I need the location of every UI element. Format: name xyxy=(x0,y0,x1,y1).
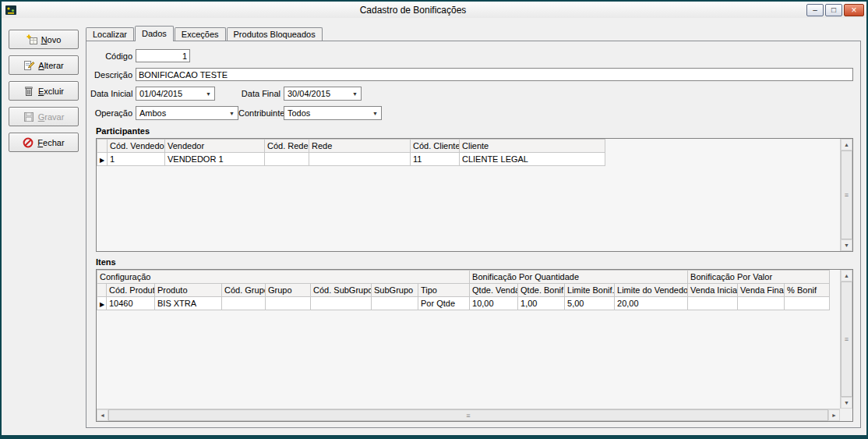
column-header[interactable]: Vendedor xyxy=(165,140,265,153)
fechar-button[interactable]: Fechar xyxy=(9,133,79,152)
group-header: Bonificação Por Valor xyxy=(688,271,830,284)
edit-icon xyxy=(23,60,34,71)
vertical-scrollbar[interactable]: ▲ ≡ ▼ xyxy=(840,270,852,409)
window-controls: – □ × xyxy=(806,4,864,16)
codigo-input[interactable] xyxy=(136,49,190,62)
contribuinte-combo[interactable]: Todos ▼ xyxy=(284,106,382,120)
alterar-button[interactable]: Alterar xyxy=(9,55,79,75)
grid-cell[interactable] xyxy=(266,297,311,310)
close-button[interactable]: × xyxy=(844,4,864,16)
scroll-down-button[interactable]: ▼ xyxy=(841,397,852,409)
grid-cell[interactable] xyxy=(309,153,411,166)
app-window: Cadastro de Bonificações – □ × Novo Alte… xyxy=(0,0,868,439)
table-row[interactable]: ▶ 1 VENDEDOR 1 11 CLIENTE LEGAL xyxy=(97,153,605,166)
titlebar[interactable]: Cadastro de Bonificações – □ × xyxy=(2,2,866,18)
scrollbar-corner xyxy=(840,409,852,421)
vertical-scrollbar[interactable]: ▲ ≡ ▼ xyxy=(840,139,852,251)
column-header[interactable]: Rede xyxy=(309,140,411,153)
tab-localizar[interactable]: Localizar xyxy=(86,27,134,41)
column-header[interactable]: Cliente xyxy=(460,140,605,153)
scroll-up-button[interactable]: ▲ xyxy=(841,270,852,281)
column-header[interactable]: SubGrupo xyxy=(372,284,418,297)
scrollbar-thumb[interactable]: ≡ xyxy=(841,281,852,397)
grid-cell[interactable]: BIS XTRA xyxy=(155,297,222,310)
row-selector-icon: ▶ xyxy=(100,301,104,308)
gravar-button[interactable]: Gravar xyxy=(9,107,79,126)
chevron-down-icon[interactable]: ▼ xyxy=(349,91,361,97)
chevron-down-icon[interactable]: ▼ xyxy=(369,111,381,116)
column-header[interactable]: Cód. Grupo xyxy=(222,284,266,297)
tab-page-dados: Código Descrição Data Inicial 01/04/2015… xyxy=(86,41,861,428)
descricao-label: Descrição xyxy=(90,70,136,80)
data-inicial-combo[interactable]: 01/04/2015 ▼ xyxy=(136,87,215,101)
column-header[interactable]: Cód. Cliente xyxy=(411,140,460,153)
table-row[interactable]: ▶ 10460 BIS XTRA Por Qtde 10,00 1,00 5,0… xyxy=(97,297,830,310)
tab-produtos-bloqueados[interactable]: Produtos Bloqueados xyxy=(227,27,323,41)
column-header[interactable]: Cód. SubGrupo xyxy=(311,284,372,297)
window-title: Cadastro de Bonificações xyxy=(19,5,806,16)
grid-cell[interactable] xyxy=(688,297,738,310)
tab-dados[interactable]: Dados xyxy=(135,26,174,41)
column-header[interactable]: Cód. Rede xyxy=(265,140,309,153)
excluir-button[interactable]: Excluir xyxy=(9,81,79,101)
itens-title: Itens xyxy=(96,257,854,267)
column-header[interactable]: Tipo xyxy=(418,284,470,297)
column-header[interactable]: Cód. Produto xyxy=(107,284,155,297)
scroll-up-button[interactable]: ▲ xyxy=(841,139,852,150)
scroll-right-button[interactable]: ► xyxy=(828,409,840,421)
grid-cell[interactable]: 1,00 xyxy=(518,297,565,310)
novo-button-label: Novo xyxy=(41,35,62,44)
scrollbar-thumb[interactable]: ≡ xyxy=(841,150,852,239)
column-header[interactable]: Limite do Vendedor xyxy=(615,284,688,297)
grid-cell[interactable]: 10460 xyxy=(107,297,155,310)
descricao-input[interactable] xyxy=(136,68,853,81)
grid-cell[interactable]: CLIENTE LEGAL xyxy=(460,153,605,166)
column-header[interactable]: Cód. Vendedor xyxy=(108,140,165,153)
grid-cell[interactable]: 5,00 xyxy=(565,297,615,310)
itens-grid: Configuração Bonificação Por Quantidade … xyxy=(96,269,853,422)
group-header: Configuração xyxy=(97,271,470,284)
grid-cell[interactable]: Por Qtde xyxy=(418,297,470,310)
data-final-value: 30/04/2015 xyxy=(284,89,349,98)
column-header[interactable]: Venda Final xyxy=(738,284,785,297)
column-header[interactable]: Qtde. Venda xyxy=(470,284,518,297)
participantes-header-row: Cód. Vendedor Vendedor Cód. Rede Rede Có… xyxy=(97,140,605,153)
grid-cell[interactable] xyxy=(311,297,372,310)
data-final-label: Data Final xyxy=(215,89,284,98)
grid-cell[interactable]: 1 xyxy=(108,153,165,166)
itens-header-row: Cód. Produto Produto Cód. Grupo Grupo Có… xyxy=(97,284,830,297)
grid-cell[interactable] xyxy=(372,297,418,310)
maximize-button[interactable]: □ xyxy=(825,4,842,16)
scrollbar-thumb[interactable]: ≡ xyxy=(108,409,828,421)
save-icon xyxy=(23,112,34,122)
column-header[interactable]: % Bonif xyxy=(785,284,830,297)
grid-cell[interactable]: 20,00 xyxy=(615,297,688,310)
minimize-button[interactable]: – xyxy=(806,4,824,16)
row-marker-cell: ▶ xyxy=(97,297,107,310)
column-header[interactable]: Limite Bonif. xyxy=(565,284,615,297)
grid-cell[interactable] xyxy=(265,153,309,166)
chevron-down-icon[interactable]: ▼ xyxy=(226,111,238,116)
app-icon xyxy=(5,4,17,16)
operacao-label: Operação xyxy=(90,108,136,118)
itens-group-header-row: Configuração Bonificação Por Quantidade … xyxy=(97,271,830,284)
grid-cell[interactable]: 11 xyxy=(411,153,460,166)
column-header[interactable]: Venda Inicial xyxy=(688,284,738,297)
grid-cell[interactable] xyxy=(738,297,785,310)
scroll-down-button[interactable]: ▼ xyxy=(841,239,852,251)
grid-cell[interactable] xyxy=(222,297,266,310)
grid-cell[interactable]: VENDEDOR 1 xyxy=(165,153,265,166)
scroll-left-button[interactable]: ◄ xyxy=(97,409,108,421)
participantes-grid: Cód. Vendedor Vendedor Cód. Rede Rede Có… xyxy=(96,138,853,252)
horizontal-scrollbar[interactable]: ◄ ≡ ► xyxy=(97,409,840,421)
data-final-combo[interactable]: 30/04/2015 ▼ xyxy=(284,87,362,101)
grid-cell[interactable] xyxy=(785,297,830,310)
novo-button[interactable]: Novo xyxy=(9,30,79,49)
operacao-combo[interactable]: Ambos ▼ xyxy=(136,106,238,120)
column-header[interactable]: Grupo xyxy=(266,284,311,297)
column-header[interactable]: Qtde. Bonif. xyxy=(518,284,565,297)
chevron-down-icon[interactable]: ▼ xyxy=(203,91,214,97)
tab-excecoes[interactable]: Exceções xyxy=(175,27,226,41)
column-header[interactable]: Produto xyxy=(155,284,222,297)
grid-cell[interactable]: 10,00 xyxy=(470,297,518,310)
